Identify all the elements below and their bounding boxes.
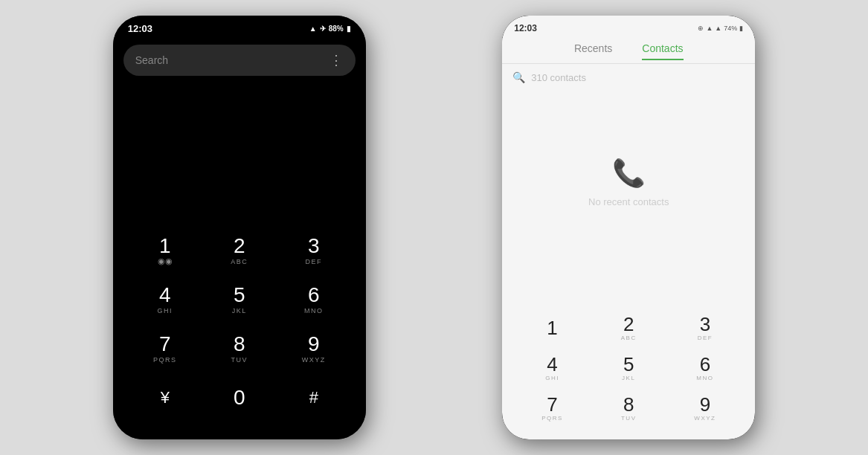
signal-icon-right: ▲	[715, 25, 721, 32]
search-icon-right: 🔍	[512, 71, 525, 83]
tab-bar-right: Recents Contacts	[502, 38, 755, 64]
scene: 12:03 ▲ ✈ 88% ▮ Search ⋮ 1	[0, 0, 868, 455]
dial-key-3-right[interactable]: 3 DEF	[681, 309, 729, 347]
dial-key-8-right[interactable]: 8 TUV	[605, 389, 653, 427]
dial-key-2-right[interactable]: 2 ABC	[605, 309, 653, 347]
status-bar-left: 12:03 ▲ ✈ 88% ▮	[113, 16, 366, 39]
dial-key-hash-left[interactable]: #	[288, 375, 340, 420]
phone-placeholder-icon: 📞	[612, 158, 646, 189]
dial-key-6-left[interactable]: 6 MNO	[288, 277, 340, 322]
wifi-icon-right: ▲	[706, 25, 713, 32]
dial-key-4-left[interactable]: 4 GHI	[139, 277, 191, 322]
empty-area-left	[113, 82, 366, 221]
wifi-icon: ✈	[320, 25, 326, 33]
signal-icon: ▲	[309, 25, 317, 33]
dialpad-row-4-left: ¥ 0 #	[128, 375, 351, 420]
contacts-count-hint: 310 contacts	[531, 72, 586, 83]
menu-dots-left[interactable]: ⋮	[329, 52, 344, 68]
dial-key-6-right[interactable]: 6 MNO	[681, 349, 729, 387]
battery-right: 74%	[724, 25, 737, 32]
tab-recents[interactable]: Recents	[574, 42, 612, 60]
tab-contacts[interactable]: Contacts	[642, 42, 683, 60]
time-left: 12:03	[128, 23, 152, 34]
dialpad-row-3-left: 7 PQRS 8 TUV 9 WXYZ	[128, 326, 351, 371]
search-bar-left[interactable]: Search ⋮	[123, 45, 356, 76]
battery-left: 88%	[329, 25, 344, 33]
dial-key-star-left[interactable]: ¥	[139, 375, 191, 420]
phone-left: 12:03 ▲ ✈ 88% ▮ Search ⋮ 1	[113, 16, 366, 439]
dialpad-right: 1 2 ABC 3 DEF 4 GHI	[502, 304, 755, 439]
phone-right: 12:03 ⊕ ▲ ▲ 74% ▮ Recents Contacts	[502, 16, 755, 439]
status-icons-right: ⊕ ▲ ▲ 74% ▮	[698, 25, 743, 32]
contacts-search-bar[interactable]: 🔍 310 contacts	[502, 64, 755, 91]
dialpad-row-1-left: 1 ◉◉ 2 ABC 3 DEF	[128, 228, 351, 273]
dial-key-1-left[interactable]: 1 ◉◉	[139, 228, 191, 273]
dialpad-row-1-right: 1 2 ABC 3 DEF	[514, 309, 743, 347]
dial-key-1-right[interactable]: 1	[528, 309, 576, 347]
dialpad-row-2-left: 4 GHI 5 JKL 6 MNO	[128, 277, 351, 322]
dial-key-9-left[interactable]: 9 WXYZ	[288, 326, 340, 371]
battery-icon-left: ▮	[347, 25, 351, 33]
dial-key-0-left[interactable]: 0	[213, 375, 266, 420]
dialpad-row-3-right-partial: 7 PQRS 8 TUV 9 WXYZ	[514, 389, 743, 427]
dial-key-7-right[interactable]: 7 PQRS	[528, 389, 576, 427]
no-recent-area: 📞 No recent contacts	[502, 91, 755, 304]
dialpad-left: 1 ◉◉ 2 ABC 3 DEF 4 GHI	[113, 221, 366, 439]
dial-key-7-left[interactable]: 7 PQRS	[139, 326, 191, 371]
battery-icon-right: ▮	[739, 25, 743, 32]
dial-key-9-right[interactable]: 9 WXYZ	[681, 389, 729, 427]
dial-key-8-left[interactable]: 8 TUV	[213, 326, 266, 371]
dial-key-5-left[interactable]: 5 JKL	[213, 277, 266, 322]
status-bar-right: 12:03 ⊕ ▲ ▲ 74% ▮	[502, 16, 755, 38]
dial-key-2-left[interactable]: 2 ABC	[213, 228, 266, 273]
time-right: 12:03	[514, 23, 537, 33]
no-recent-text: No recent contacts	[588, 196, 669, 207]
status-icons-left: ▲ ✈ 88% ▮	[309, 25, 351, 33]
nfc-icon: ⊕	[698, 25, 704, 32]
phone-right-screen: 12:03 ⊕ ▲ ▲ 74% ▮ Recents Contacts	[502, 16, 755, 439]
phone-left-screen: 12:03 ▲ ✈ 88% ▮ Search ⋮ 1	[113, 16, 366, 439]
search-placeholder-left: Search	[135, 54, 168, 66]
dial-key-3-left[interactable]: 3 DEF	[288, 228, 340, 273]
dial-key-5-right[interactable]: 5 JKL	[605, 349, 653, 387]
dial-key-4-right[interactable]: 4 GHI	[528, 349, 576, 387]
dialpad-row-2-right: 4 GHI 5 JKL 6 MNO	[514, 349, 743, 387]
